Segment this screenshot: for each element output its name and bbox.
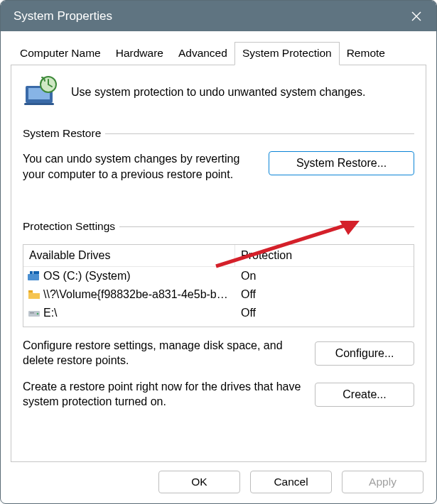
- os-drive-icon: [28, 270, 41, 282]
- drive-protection: On: [235, 270, 414, 283]
- create-button[interactable]: Create...: [315, 383, 414, 407]
- group-caption-protection-label: Protection Settings: [23, 220, 115, 233]
- svg-rect-9: [30, 271, 33, 274]
- drive-name: OS (C:) (System): [43, 270, 131, 283]
- cancel-button[interactable]: Cancel: [250, 471, 332, 493]
- svg-rect-10: [33, 271, 39, 274]
- system-restore-button[interactable]: System Restore...: [269, 151, 414, 175]
- tab-strip: Computer Name Hardware Advanced System P…: [11, 42, 426, 65]
- group-caption-protection: Protection Settings: [23, 220, 414, 233]
- tabpanel-system-protection: Use system protection to undo unwanted s…: [11, 65, 426, 462]
- create-row: Create a restore point right now for the…: [23, 380, 414, 410]
- svg-rect-8: [28, 274, 39, 280]
- dialog-footer: OK Cancel Apply: [11, 462, 426, 496]
- close-button[interactable]: [399, 1, 433, 31]
- drive-protection: Off: [235, 307, 414, 319]
- drive-row[interactable]: E:\ Off: [23, 304, 414, 322]
- divider: [119, 226, 414, 227]
- dialog-body: Computer Name Hardware Advanced System P…: [1, 31, 436, 503]
- drive-protection: Off: [235, 288, 414, 301]
- apply-button[interactable]: Apply: [342, 471, 423, 493]
- group-caption-restore: System Restore: [23, 127, 414, 140]
- column-header-protection[interactable]: Protection: [235, 245, 414, 266]
- system-restore-icon: [23, 75, 61, 109]
- tab-remote[interactable]: Remote: [339, 42, 393, 65]
- drive-row[interactable]: \\?\Volume{f98832be-a831-4e5b-b7... Off: [23, 285, 414, 304]
- svg-rect-4: [24, 103, 54, 105]
- drive-name: E:\: [43, 307, 58, 319]
- group-protection-settings: Protection Settings Available Drives Pro…: [23, 220, 414, 409]
- tab-advanced[interactable]: Advanced: [171, 42, 235, 65]
- intro-row: Use system protection to undo unwanted s…: [23, 75, 414, 109]
- close-icon: [411, 11, 422, 22]
- intro-text: Use system protection to undo unwanted s…: [71, 84, 414, 99]
- tab-hardware[interactable]: Hardware: [108, 42, 171, 65]
- drives-header: Available Drives Protection: [23, 245, 414, 267]
- column-header-drive[interactable]: Available Drives: [23, 245, 235, 266]
- svg-point-13: [37, 313, 39, 315]
- drive-name: \\?\Volume{f98832be-a831-4e5b-b7...: [43, 288, 231, 301]
- titlebar: System Properties: [1, 1, 436, 31]
- group-system-restore: System Restore You can undo system chang…: [23, 127, 414, 182]
- system-properties-window: System Properties Computer Name Hardware…: [0, 0, 437, 504]
- tab-system-protection[interactable]: System Protection: [234, 42, 340, 65]
- drive-row[interactable]: OS (C:) (System) On: [23, 267, 414, 285]
- configure-row: Configure restore settings, manage disk …: [23, 339, 414, 368]
- restore-description: You can undo system changes by reverting…: [23, 151, 254, 182]
- divider: [105, 133, 414, 134]
- configure-description: Configure restore settings, manage disk …: [23, 339, 302, 368]
- configure-button[interactable]: Configure...: [315, 341, 414, 366]
- create-description: Create a restore point right now for the…: [23, 380, 302, 410]
- window-title: System Properties: [14, 9, 399, 23]
- ok-button[interactable]: OK: [158, 471, 240, 493]
- tab-computer-name[interactable]: Computer Name: [12, 42, 109, 65]
- drives-list: Available Drives Protection OS (C:) (Sys…: [23, 244, 414, 327]
- svg-rect-11: [28, 290, 33, 292]
- folder-icon: [28, 289, 41, 300]
- drive-icon: [28, 307, 41, 319]
- svg-rect-14: [30, 312, 34, 314]
- group-caption-restore-label: System Restore: [23, 127, 101, 140]
